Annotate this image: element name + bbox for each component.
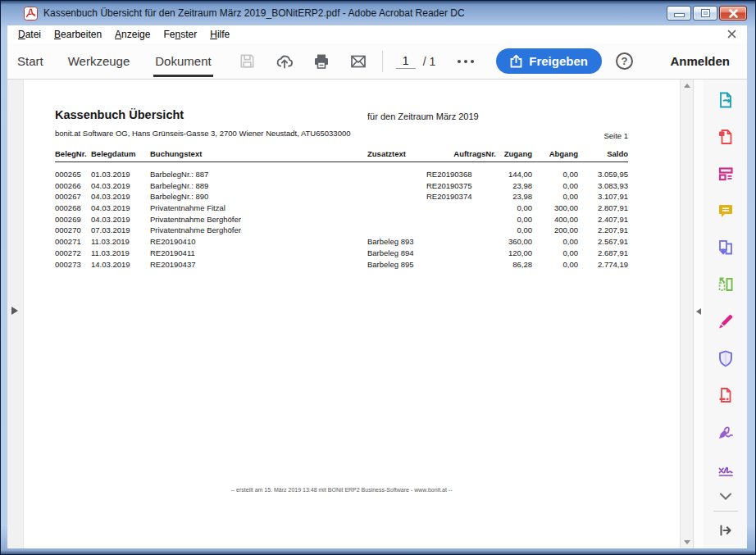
collapse-tools-pane-icon[interactable] [696,308,701,315]
cell-auftragsnr [426,259,496,271]
open-tools-pane-button[interactable] [704,521,747,540]
column-header: Zugang [496,149,532,158]
cell-buchungstext: BarbelegNr.: 887 [150,169,367,180]
tab-dokument[interactable]: Dokument [153,43,212,80]
column-header: AuftragsNr. [426,149,496,158]
cell-zugang: 23,98 [496,191,532,202]
tool-redact[interactable] [704,376,747,413]
page-total-label: / 1 [423,55,436,68]
print-button[interactable] [312,52,331,71]
tool-certificates[interactable] [704,450,747,487]
cell-saldo: 3.083,93 [578,180,628,192]
cell-belegnr: 000270 [55,225,91,236]
main-toolbar: Start Werkzeuge Dokument [7,43,747,80]
menu-hilfe[interactable]: Hilfe [203,26,236,43]
tool-adobe-sign[interactable] [704,413,747,450]
minimize-button[interactable] [667,6,691,20]
cell-belegdatum: 01.03.2019 [91,169,150,180]
close-document-icon[interactable] [727,30,736,39]
cell-belegdatum: 11.03.2019 [91,236,150,248]
cell-belegnr: 000273 [55,259,91,271]
table-row: 000265 01.03.2019 BarbelegNr.: 887 RE201… [55,169,628,180]
table-row: 000270 07.03.2019 Privatentnahme Berghöf… [55,225,628,236]
cell-saldo: 2.407,91 [578,214,628,225]
ledger-table: BelegNr.BelegdatumBuchungstextZusatztext… [55,149,628,270]
fill-and-sign-icon [716,312,736,331]
tool-comment[interactable] [704,192,747,229]
ledger-table-header: BelegNr.BelegdatumBuchungstextZusatztext… [55,149,628,158]
sign-in-button[interactable]: Anmelden [670,54,730,68]
cell-belegnr: 000268 [55,202,91,214]
cell-auftragsnr: RE20190375 [426,180,496,192]
help-button[interactable]: ? [616,52,633,70]
scroll-down-icon[interactable] [684,540,690,544]
cell-belegdatum: 04.03.2019 [91,202,150,214]
save-icon [238,52,257,71]
table-row: 000273 14.03.2019 RE20190437 Barbeleg 89… [55,259,628,271]
close-button[interactable] [719,6,747,20]
tool-edit-pdf[interactable] [704,155,747,192]
cell-zusatztext: Barbeleg 894 [367,248,426,259]
acrobat-app-icon [24,7,38,20]
email-button[interactable] [348,52,368,71]
pdf-page: Kassenbuch Übersicht für den Zeitraum Mä… [24,80,680,548]
cell-zugang: 360,00 [496,236,532,248]
cell-saldo: 3.059,95 [578,169,628,180]
more-options-icon[interactable] [458,60,474,63]
cell-zusatztext: Barbeleg 893 [367,236,426,248]
table-row: 000271 11.03.2019 RE20190410 Barbeleg 89… [55,236,628,248]
adobe-sign-icon [716,422,736,442]
tab-werkzeuge[interactable]: Werkzeuge [66,43,132,80]
cloud-upload-button[interactable] [275,52,294,71]
cell-saldo: 2.807,91 [578,202,628,214]
cloud-upload-icon [275,52,294,71]
page-number-input[interactable]: 1 [396,54,416,69]
create-pdf-icon [716,127,736,147]
column-header: Abgang [532,149,578,158]
scroll-up-icon[interactable] [684,84,690,88]
open-pane-arrow-icon [716,521,736,540]
more-tools-button[interactable] [704,487,747,507]
cell-belegnr: 000265 [55,169,91,180]
tool-export-pdf[interactable] [704,81,747,118]
tool-organize-pages[interactable] [704,266,747,303]
certificates-icon [716,459,736,479]
open-navigation-pane-icon[interactable] [11,307,18,315]
menu-bearbeiten[interactable]: Bearbeiten [48,26,108,43]
cell-belegdatum: 04.03.2019 [91,191,150,202]
cell-zusatztext [367,214,426,225]
pdf-report-period: für den Zeitraum März 2019 [367,111,479,121]
restore-button[interactable] [693,6,717,20]
tool-create-pdf[interactable] [704,118,747,155]
tool-fill-and-sign[interactable] [704,303,747,339]
restore-icon [702,10,709,16]
pdf-footer-line: -- erstellt am 15. März 2019 13:48 mit B… [55,487,628,493]
cell-belegnr: 000272 [55,248,91,259]
cell-buchungstext: Privatentnahme Berghöfer [150,214,367,225]
cell-zugang: 144,00 [496,169,532,180]
organize-pages-icon [716,275,736,294]
tool-protect[interactable] [704,339,747,376]
cell-zusatztext [367,202,426,214]
menu-datei[interactable]: Datei [11,26,48,43]
vertical-scrollbar[interactable] [680,80,693,548]
share-button[interactable]: Freigeben [496,48,602,74]
menu-fenster[interactable]: Fenster [157,26,203,43]
tool-combine-files[interactable] [704,229,747,266]
cell-auftragsnr [426,248,496,259]
save-button[interactable] [238,52,257,71]
cell-abgang: 400,00 [532,214,578,225]
cell-zugang: 0,00 [496,214,532,225]
column-header: BelegNr. [55,149,91,158]
cell-buchungstext: RE20190411 [150,248,367,259]
cell-zugang: 23,98 [496,180,532,192]
window-title: Kassenbuch Übersicht für den Zeitraum Mä… [43,7,465,19]
cell-zugang: 0,00 [496,202,532,214]
menu-anzeige[interactable]: Anzeige [108,26,157,43]
tab-start[interactable]: Start [16,43,45,80]
navigation-pane-collapsed [7,80,24,548]
cell-zusatztext [367,180,426,192]
cell-zugang: 86,28 [496,259,532,271]
toolbar-divider [382,51,383,72]
cell-belegdatum: 14.03.2019 [91,259,150,271]
